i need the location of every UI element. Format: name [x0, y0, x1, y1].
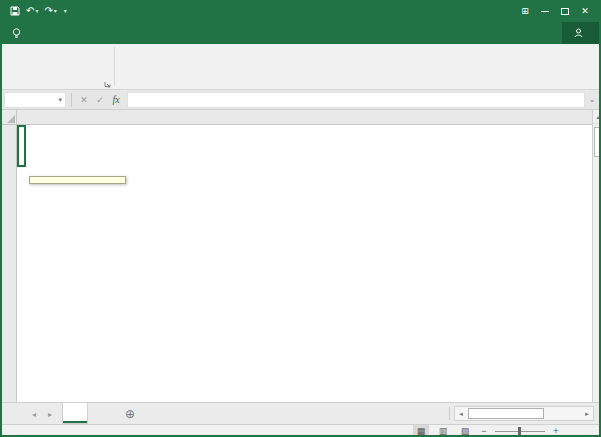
- name-box[interactable]: ▾: [4, 92, 66, 108]
- minimize-button[interactable]: [535, 0, 555, 22]
- zoom-in-icon[interactable]: +: [551, 426, 561, 436]
- zoom-slider-thumb[interactable]: [518, 427, 521, 436]
- new-sheet-icon[interactable]: ⊕: [122, 406, 138, 422]
- insert-function-icon[interactable]: fx: [108, 94, 124, 105]
- zoom-slider[interactable]: [495, 431, 545, 432]
- tabbar-separator: [449, 407, 450, 420]
- redo-button[interactable]: ↷▾: [44, 6, 56, 16]
- status-bar: ▦ ▥ ▧ − +: [2, 424, 599, 437]
- scroll-left-icon[interactable]: ◂: [455, 410, 467, 418]
- dialog-launcher-icon[interactable]: [104, 81, 111, 88]
- select-all-icon: [7, 115, 15, 123]
- group-separator: [114, 47, 115, 86]
- lightbulb-icon: [12, 28, 21, 39]
- tell-me-box[interactable]: [2, 22, 36, 44]
- tab-right-icon[interactable]: ▸: [42, 403, 58, 425]
- ribbon-tab-row: [2, 22, 599, 44]
- ribbon-display-options-icon[interactable]: ⊞: [515, 0, 535, 22]
- instruction-tooltip: [29, 176, 126, 184]
- ribbon: [2, 44, 599, 90]
- quick-access-toolbar: ↶▾ ↷▾ ▾: [2, 6, 67, 16]
- excel-window: ↶▾ ↷▾ ▾ ⊞ ✕: [0, 0, 601, 437]
- close-button[interactable]: ✕: [575, 0, 595, 22]
- undo-dropdown-icon[interactable]: ▾: [35, 8, 38, 14]
- horizontal-scroll-thumb[interactable]: [468, 408, 544, 419]
- formula-expand-icon[interactable]: ⌄: [585, 95, 599, 104]
- view-page-break-icon[interactable]: ▧: [457, 425, 473, 437]
- vertical-scroll-thumb[interactable]: [594, 127, 601, 157]
- select-all-button[interactable]: [2, 110, 17, 124]
- year-cell[interactable]: [25, 125, 106, 167]
- vertical-scrollbar[interactable]: ▴: [592, 110, 601, 402]
- sheet-tab-calendar[interactable]: [62, 403, 88, 424]
- formula-input[interactable]: [127, 92, 585, 108]
- share-button[interactable]: [562, 22, 599, 44]
- save-icon[interactable]: [10, 6, 20, 16]
- share-person-icon: [574, 28, 583, 38]
- maximize-button[interactable]: [555, 0, 575, 22]
- cancel-icon[interactable]: ✕: [76, 95, 92, 105]
- view-normal-icon[interactable]: ▦: [413, 425, 429, 437]
- view-page-layout-icon[interactable]: ▥: [435, 425, 451, 437]
- scroll-up-icon[interactable]: ▴: [593, 110, 601, 124]
- tab-left-icon[interactable]: ◂: [26, 403, 42, 425]
- worksheet-grid[interactable]: [17, 125, 592, 402]
- undo-button[interactable]: ↶▾: [26, 6, 38, 16]
- redo-dropdown-icon[interactable]: ▾: [54, 8, 57, 14]
- zoom-out-icon[interactable]: −: [479, 426, 489, 436]
- horizontal-scrollbar[interactable]: ◂ ▸: [454, 406, 594, 421]
- title-bar: ↶▾ ↷▾ ▾ ⊞ ✕: [2, 0, 599, 22]
- active-cell-outline: [17, 125, 26, 167]
- qat-more-icon[interactable]: ▾: [64, 8, 67, 14]
- scroll-right-icon[interactable]: ▸: [581, 410, 593, 418]
- formula-bar-separator: [66, 93, 72, 107]
- row-headers: [2, 125, 17, 402]
- column-headers: [2, 110, 592, 125]
- name-box-dropdown-icon[interactable]: ▾: [58, 96, 62, 104]
- sheet-tab-bar: ◂ ▸ ⊕ ◂ ▸: [2, 402, 599, 424]
- formula-bar: ▾ ✕ ✓ fx ⌄: [2, 90, 599, 110]
- enter-icon[interactable]: ✓: [92, 95, 108, 105]
